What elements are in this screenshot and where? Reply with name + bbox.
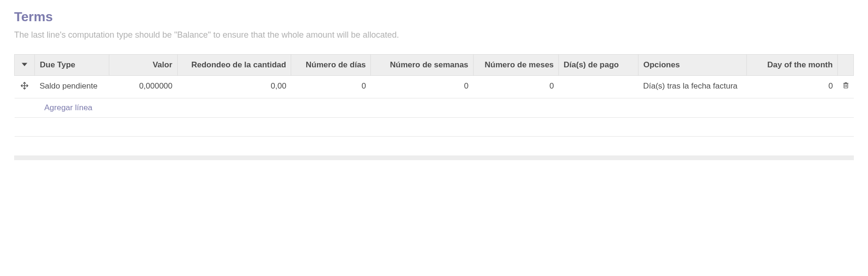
- svg-marker-0: [22, 63, 27, 66]
- cell-opciones[interactable]: Día(s) tras la fecha factura: [639, 76, 747, 98]
- cell-dias-pago[interactable]: [559, 76, 639, 98]
- caret-down-icon[interactable]: [22, 60, 27, 70]
- add-line-row: Agregar línea: [15, 98, 854, 118]
- col-dias-pago[interactable]: Día(s) de pago: [559, 55, 639, 76]
- cell-num-dias[interactable]: 0: [291, 76, 371, 98]
- col-day-of-month[interactable]: Day of the month: [746, 55, 837, 76]
- cell-num-meses[interactable]: 0: [473, 76, 558, 98]
- col-num-semanas[interactable]: Número de semanas: [371, 55, 473, 76]
- horizontal-scrollbar[interactable]: [14, 155, 854, 160]
- col-num-meses[interactable]: Número de meses: [473, 55, 558, 76]
- cell-redondeo[interactable]: 0,00: [177, 76, 291, 98]
- col-due-type[interactable]: Due Type: [35, 55, 109, 76]
- col-num-dias[interactable]: Número de días: [291, 55, 371, 76]
- section-title: Terms: [14, 9, 854, 24]
- terms-table-wrap: Due Type Valor Redondeo de la cantidad N…: [14, 54, 854, 137]
- column-options-header[interactable]: [15, 55, 35, 76]
- trash-icon[interactable]: [842, 81, 850, 91]
- cell-num-semanas[interactable]: 0: [371, 76, 473, 98]
- terms-table: Due Type Valor Redondeo de la cantidad N…: [14, 54, 854, 137]
- col-redondeo[interactable]: Redondeo de la cantidad: [177, 55, 291, 76]
- cell-valor[interactable]: 0,000000: [109, 76, 177, 98]
- drag-handle-icon[interactable]: [20, 81, 29, 92]
- col-opciones[interactable]: Opciones: [639, 55, 747, 76]
- add-line-button[interactable]: Agregar línea: [40, 98, 97, 117]
- col-delete: [838, 55, 854, 76]
- svg-rect-3: [844, 84, 848, 88]
- cell-due-type[interactable]: Saldo pendiente: [35, 76, 109, 98]
- cell-day-of-month[interactable]: 0: [746, 76, 837, 98]
- section-subtitle: The last line's computation type should …: [14, 30, 854, 40]
- table-row[interactable]: Saldo pendiente 0,000000 0,00 0 0 0 Día(…: [15, 76, 854, 98]
- col-valor[interactable]: Valor: [109, 55, 177, 76]
